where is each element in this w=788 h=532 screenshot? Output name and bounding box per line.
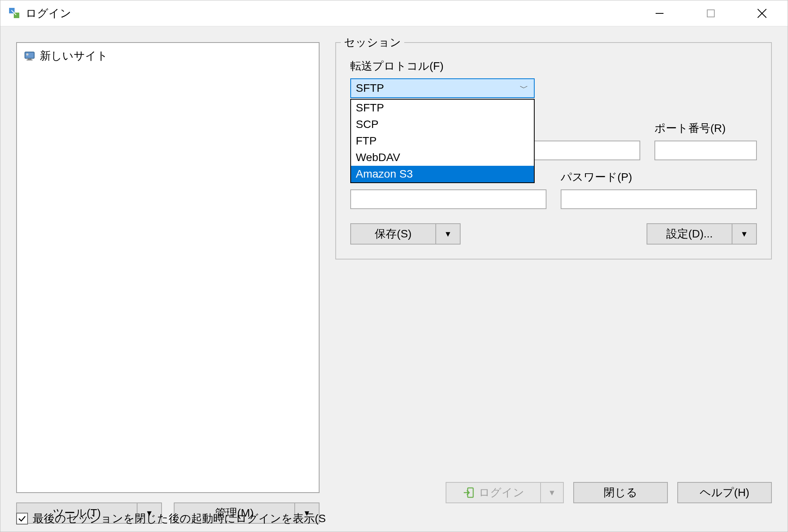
help-button[interactable]: ヘルプ(H)	[677, 482, 772, 503]
login-button-main[interactable]: ログイン	[446, 483, 541, 502]
minimize-button[interactable]	[634, 0, 685, 26]
site-item-label: 新しいサイト	[40, 48, 108, 63]
protocol-option-sftp[interactable]: SFTP	[351, 100, 534, 116]
user-input[interactable]	[350, 189, 546, 209]
site-list[interactable]: 新しいサイト	[16, 42, 320, 493]
protocol-option-webdav[interactable]: WebDAV	[351, 149, 534, 166]
bottom-buttons: ログイン ▼ 閉じる ヘルプ(H)	[446, 482, 772, 503]
protocol-option-scp[interactable]: SCP	[351, 116, 534, 133]
settings-button-label[interactable]: 設定(D)...	[647, 224, 732, 244]
save-button-label[interactable]: 保存(S)	[351, 224, 436, 244]
save-button[interactable]: 保存(S) ▼	[350, 223, 461, 245]
dialog-content: 新しいサイト ツール(T) ▼ 管理(M) ▼ セッション 転送プロトコル(F)	[0, 26, 788, 532]
password-field: パスワード(P)	[561, 170, 757, 209]
show-on-startup-checkbox[interactable]	[16, 513, 28, 525]
checkmark-icon	[18, 514, 26, 523]
app-icon	[8, 7, 21, 20]
session-group: セッション 転送プロトコル(F) SFTP ﹀ SFTP SCP FTP Web…	[335, 42, 772, 260]
chevron-down-icon: ﹀	[520, 82, 528, 94]
protocol-field: 転送プロトコル(F) SFTP ﹀ SFTP SCP FTP WebDAV Am…	[350, 59, 757, 98]
login-dialog: ログイン	[0, 0, 788, 532]
password-label: パスワード(P)	[561, 170, 757, 185]
show-on-startup-checkbox-row: 最後のセッションを閉じた後の起動時にログインを表示(S	[16, 511, 326, 526]
maximize-button[interactable]	[685, 0, 736, 26]
window-title: ログイン	[26, 6, 634, 21]
protocol-option-amazons3[interactable]: Amazon S3	[351, 166, 534, 182]
close-window-button[interactable]	[736, 0, 788, 26]
svg-rect-10	[27, 59, 33, 60]
svg-rect-3	[707, 10, 714, 17]
protocol-option-ftp[interactable]: FTP	[351, 133, 534, 149]
monitor-icon	[23, 50, 36, 62]
right-panel: セッション 転送プロトコル(F) SFTP ﹀ SFTP SCP FTP Web…	[335, 42, 772, 524]
help-button-label: ヘルプ(H)	[700, 485, 749, 500]
protocol-label: 転送プロトコル(F)	[350, 59, 757, 74]
session-group-label: セッション	[341, 35, 404, 50]
svg-rect-9	[28, 59, 31, 60]
login-button[interactable]: ログイン ▼	[446, 482, 564, 503]
port-label: ポート番号(R)	[654, 121, 757, 136]
login-button-label: ログイン	[479, 485, 524, 500]
login-arrow-icon	[462, 486, 475, 499]
password-input[interactable]	[561, 189, 757, 209]
port-input-wrapper: ▲ ▼	[654, 141, 757, 160]
left-panel: 新しいサイト ツール(T) ▼ 管理(M) ▼	[16, 42, 320, 524]
chevron-down-icon[interactable]: ▼	[732, 224, 756, 244]
titlebar: ログイン	[0, 0, 788, 26]
window-controls	[634, 0, 788, 26]
close-button-label: 閉じる	[604, 485, 637, 500]
port-input[interactable]	[655, 141, 788, 159]
show-on-startup-label: 最後のセッションを閉じた後の起動時にログインを表示(S	[33, 511, 326, 526]
protocol-dropdown: SFTP SCP FTP WebDAV Amazon S3	[350, 99, 535, 183]
svg-point-8	[26, 53, 29, 56]
settings-button[interactable]: 設定(D)... ▼	[647, 223, 757, 245]
site-item-new[interactable]: 新しいサイト	[22, 46, 314, 66]
close-button[interactable]: 閉じる	[573, 482, 668, 503]
protocol-selected-value: SFTP	[356, 82, 384, 95]
chevron-down-icon[interactable]: ▼	[436, 224, 460, 244]
port-field: ポート番号(R) ▲ ▼	[654, 121, 757, 160]
protocol-select[interactable]: SFTP ﹀ SFTP SCP FTP WebDAV Amazon S3	[350, 78, 535, 98]
chevron-down-icon[interactable]: ▼	[541, 483, 563, 502]
session-action-buttons: 保存(S) ▼ 設定(D)... ▼	[350, 223, 757, 245]
